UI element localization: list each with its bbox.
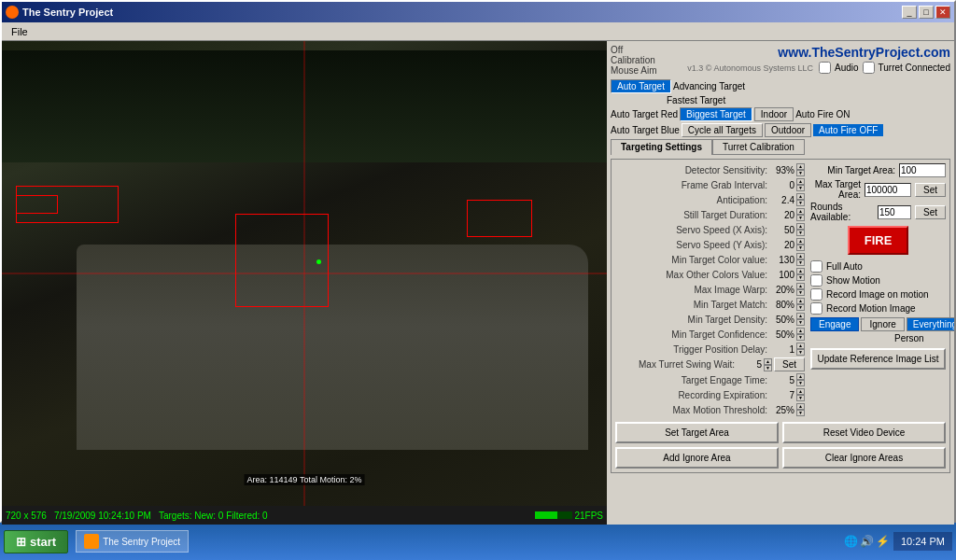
density-up[interactable]: ▲ — [796, 313, 805, 319]
anticipation-up[interactable]: ▲ — [796, 193, 805, 200]
motion-down[interactable]: ▼ — [796, 410, 805, 416]
detector-up[interactable]: ▲ — [796, 163, 805, 170]
framegrab-up[interactable]: ▲ — [796, 178, 805, 185]
fire-button-container: FIRE — [810, 226, 946, 255]
audio-checkbox[interactable] — [819, 62, 831, 74]
anticipation-down[interactable]: ▼ — [796, 200, 805, 206]
still-target-up[interactable]: ▲ — [796, 208, 805, 215]
engage-time-label: Target Engage Time: — [615, 375, 770, 385]
servo-y-down[interactable]: ▼ — [796, 245, 805, 251]
right-panel: Off Calibration Mouse Aim www.TheSentryP… — [607, 41, 954, 525]
max-target-area-input[interactable] — [865, 183, 911, 197]
cycle-all-button[interactable]: Cycle all Targets — [682, 123, 763, 137]
clear-ignore-button[interactable]: Clear Ignore Areas — [782, 447, 946, 469]
motion-up[interactable]: ▲ — [796, 403, 805, 410]
setting-image-warp: Max Image Warp: 20% ▲▼ — [615, 283, 805, 296]
max-colors-up[interactable]: ▲ — [796, 268, 805, 274]
autofire-on-label: Auto Fire ON — [795, 109, 850, 119]
set-target-area-button[interactable]: Set Target Area — [615, 422, 779, 443]
update-reference-button[interactable]: Update Reference Image List — [810, 348, 946, 370]
ignore-button[interactable]: Ignore — [861, 317, 904, 331]
servo-x-label: Servo Speed (X Axis): — [615, 225, 770, 235]
detector-down[interactable]: ▼ — [796, 170, 805, 176]
confidence-down[interactable]: ▼ — [796, 334, 805, 341]
fire-button[interactable]: FIRE — [848, 226, 909, 255]
record-image-motion-checkbox[interactable] — [810, 288, 822, 301]
minimize-button[interactable]: _ — [902, 6, 917, 19]
taskbar-app-1[interactable]: The Sentry Project — [76, 530, 189, 553]
min-color-down[interactable]: ▼ — [796, 259, 805, 266]
full-auto-checkbox[interactable] — [810, 260, 822, 273]
indoor-button[interactable]: Indoor — [754, 107, 794, 121]
recexp-up[interactable]: ▲ — [796, 388, 805, 395]
image-warp-value: 20% — [770, 285, 796, 295]
start-button[interactable]: ⊞ start — [4, 530, 68, 553]
window-controls: _ □ ✕ — [902, 6, 950, 19]
max-colors-down[interactable]: ▼ — [796, 274, 805, 281]
engage-time-up[interactable]: ▲ — [796, 373, 805, 380]
engage-options: Everything — [907, 317, 954, 331]
maximize-button[interactable]: □ — [919, 6, 934, 19]
min-color-up[interactable]: ▲ — [796, 253, 805, 259]
record-image-motion-label: Record Image on motion — [826, 289, 929, 300]
match-down[interactable]: ▼ — [796, 304, 805, 311]
crosshair-v — [304, 41, 305, 506]
rounds-input[interactable] — [878, 205, 911, 219]
still-target-down[interactable]: ▼ — [796, 215, 805, 221]
engage-time-down[interactable]: ▼ — [796, 380, 805, 386]
warp-up[interactable]: ▲ — [796, 283, 805, 289]
engage-ignore-row: Engage Ignore Everything — [810, 317, 946, 331]
close-button[interactable]: ✕ — [935, 6, 950, 19]
add-ignore-button[interactable]: Add Ignore Area — [615, 447, 779, 469]
swing-up[interactable]: ▲ — [764, 358, 772, 365]
tab-turret[interactable]: Turret Calibration — [712, 139, 805, 155]
match-up[interactable]: ▲ — [796, 298, 805, 304]
motion-threshold-label: Max Motion Threshold: — [615, 405, 770, 415]
window-title: The Sentry Project — [22, 7, 113, 18]
turret-connected-checkbox[interactable] — [863, 62, 875, 74]
show-motion-label: Show Motion — [826, 275, 880, 286]
file-menu[interactable]: File — [6, 24, 34, 39]
tab-targeting[interactable]: Targeting Settings — [611, 139, 712, 155]
servo-x-up[interactable]: ▲ — [796, 223, 805, 230]
min-target-area-input[interactable] — [899, 163, 946, 177]
show-motion-row: Show Motion — [810, 274, 946, 287]
swing-down[interactable]: ▼ — [764, 365, 772, 371]
video-status-bar: 720 x 576 7/19/2009 10:24:10 PM Targets:… — [2, 506, 607, 525]
record-motion-image-checkbox[interactable] — [810, 302, 822, 315]
area-set-button[interactable]: Set — [915, 183, 946, 197]
taskbar-app-label: The Sentry Project — [103, 537, 180, 547]
rounds-set-button[interactable]: Set — [915, 205, 946, 219]
detector-sensitivity-label: Detector Sensitivity: — [615, 165, 770, 175]
warp-down[interactable]: ▼ — [796, 289, 805, 296]
trigger-down[interactable]: ▼ — [796, 349, 805, 356]
engage-button[interactable]: Engage — [810, 317, 859, 331]
setting-detector-sensitivity: Detector Sensitivity: 93% ▲▼ — [615, 163, 805, 176]
advancing-target-label: Advancing Target — [673, 81, 745, 91]
start-label: start — [30, 535, 56, 549]
reset-video-button[interactable]: Reset Video Device — [782, 422, 946, 443]
detection-box-2 — [16, 195, 58, 214]
servo-x-down[interactable]: ▼ — [796, 230, 805, 236]
video-area: Area: 114149 Total Motion: 2% 720 x 576 … — [2, 41, 607, 525]
windows-icon: ⊞ — [16, 535, 26, 549]
setting-servo-x: Servo Speed (X Axis): 50 ▲▼ — [615, 223, 805, 236]
biggest-target-button[interactable]: Biggest Target — [680, 107, 752, 121]
density-down[interactable]: ▼ — [796, 319, 805, 326]
frame-grab-label: Frame Grab Interval: — [615, 180, 770, 190]
servo-y-up[interactable]: ▲ — [796, 238, 805, 245]
outdoor-button[interactable]: Outdoor — [765, 123, 811, 137]
recexp-down[interactable]: ▼ — [796, 395, 805, 401]
trigger-up[interactable]: ▲ — [796, 343, 805, 349]
show-motion-checkbox[interactable] — [810, 274, 822, 287]
auto-target-button[interactable]: Auto Target — [611, 79, 671, 93]
setting-target-match: Min Target Match: 80% ▲▼ — [615, 298, 805, 311]
setting-min-color: Min Target Color value: 130 ▲▼ — [615, 253, 805, 266]
confidence-up[interactable]: ▲ — [796, 328, 805, 334]
swing-set-button[interactable]: Set — [774, 357, 805, 371]
framegrab-down[interactable]: ▼ — [796, 185, 805, 191]
everything-option[interactable]: Everything — [907, 317, 954, 331]
record-image-motion-row: Record Image on motion — [810, 288, 946, 301]
record-motion-image-row: Record Motion Image — [810, 302, 946, 315]
turret-connected-area: Audio Turret Connected — [819, 62, 950, 74]
